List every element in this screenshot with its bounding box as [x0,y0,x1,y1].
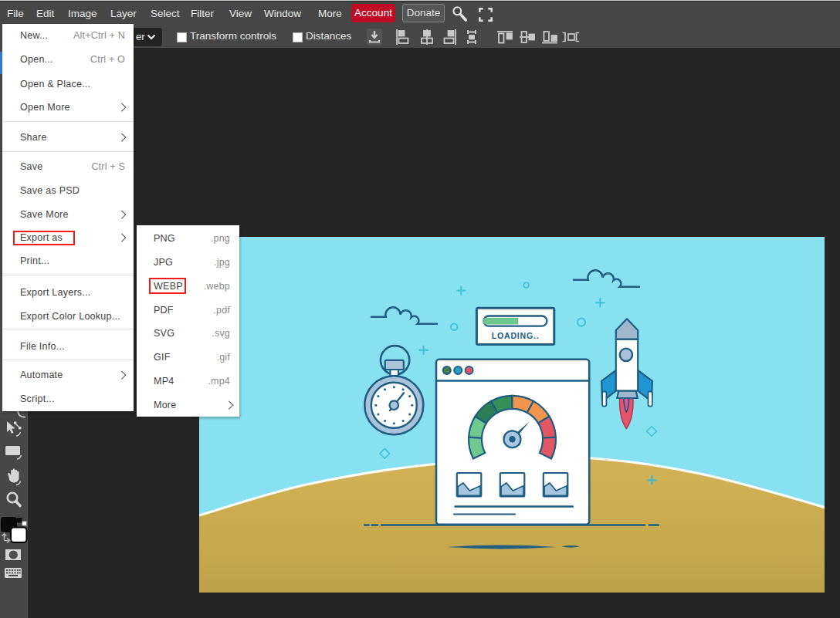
svg-text:LOADING..: LOADING.. [492,331,540,340]
